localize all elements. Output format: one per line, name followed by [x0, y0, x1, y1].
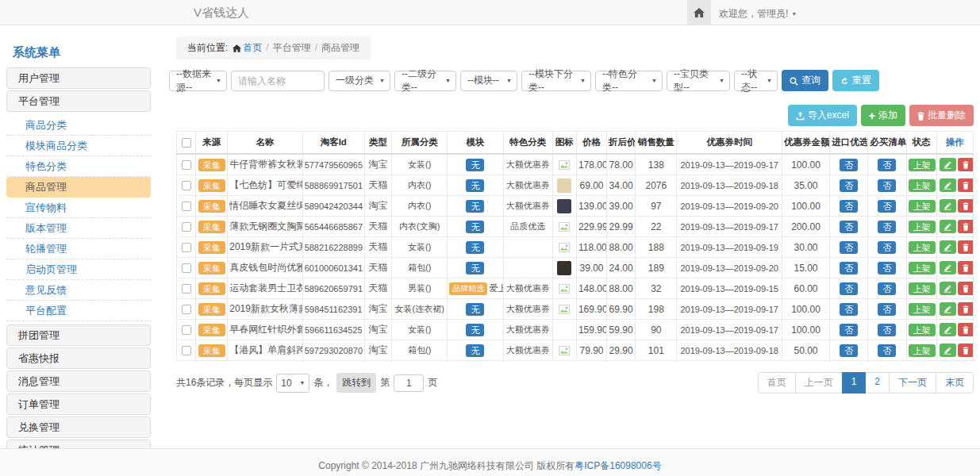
sidebar-group[interactable]: 拼团管理 — [6, 324, 151, 346]
import-excel-button[interactable]: 导入excel — [788, 105, 857, 126]
delete-button[interactable] — [958, 178, 974, 192]
row-checkbox[interactable] — [182, 305, 191, 314]
page-button[interactable]: 1 — [842, 372, 867, 393]
page-button[interactable]: 下一页 — [889, 372, 936, 393]
edit-button[interactable] — [940, 344, 956, 357]
row-checkbox[interactable] — [182, 263, 191, 273]
user-menu[interactable]: 欢迎您，管理员! ▼ — [719, 7, 797, 21]
icon-cell — [552, 237, 576, 258]
batch-delete-button[interactable]: 批量删除 — [909, 105, 974, 126]
edit-button[interactable] — [940, 323, 956, 336]
delete-button[interactable] — [958, 220, 974, 233]
type-cell: 淘宝 — [364, 320, 391, 340]
source-cell: 采集 — [196, 154, 228, 175]
checkbox-cell — [177, 196, 196, 217]
filter-select[interactable]: --二级分类--▼ — [394, 71, 456, 91]
row-checkbox[interactable] — [182, 181, 191, 190]
jump-button[interactable]: 跳转到 — [336, 373, 376, 393]
sidebar-item[interactable]: 版本管理 — [6, 218, 151, 239]
filter-select[interactable]: --模块--▼ — [460, 71, 517, 91]
source-cell: 采集 — [196, 299, 228, 320]
icon-cell — [552, 196, 576, 217]
edit-button[interactable] — [940, 178, 956, 192]
row-checkbox[interactable] — [182, 346, 191, 355]
row-checkbox[interactable] — [182, 160, 191, 170]
row-checkbox[interactable] — [182, 325, 191, 335]
main-content: 当前位置:首页平台管理商品管理 --数据来源--▼一级分类▼--二级分类--▼-… — [169, 30, 974, 393]
edit-button[interactable] — [940, 220, 956, 233]
filter-select[interactable]: --特色分类--▼ — [595, 71, 663, 91]
product-name-cell: 运动套装男士卫衣初秋... — [228, 278, 302, 299]
name-input[interactable] — [231, 71, 325, 91]
filter-select[interactable]: --宝贝类型--▼ — [667, 71, 730, 91]
status-badge: 上架 — [909, 282, 936, 295]
filter-select[interactable]: --状态--▼ — [734, 71, 778, 91]
sidebar-group[interactable]: 兑换管理 — [6, 416, 151, 438]
filter-select[interactable]: 一级分类▼ — [329, 71, 390, 91]
coupon-time-cell: 2019-09-13—2019-09-20 — [677, 258, 782, 278]
product-name-cell: 薄款无钢圈文胸聚拢性... — [228, 217, 302, 237]
edit-button[interactable] — [940, 261, 956, 274]
edit-button[interactable] — [940, 199, 956, 213]
category-cell: 箱包() — [392, 340, 448, 361]
sidebar-group[interactable]: 用户管理 — [6, 67, 151, 89]
coupon-amount-cell: 100.00 — [782, 154, 829, 175]
upload-icon — [796, 110, 805, 121]
checkbox-cell — [177, 175, 196, 196]
icp-link[interactable]: 粤ICP备16098006号 — [575, 460, 661, 471]
page-number-input[interactable] — [394, 374, 424, 392]
sidebar-group[interactable]: 省惠快报 — [6, 347, 151, 369]
per-page-select[interactable]: 10 ▼ — [276, 374, 309, 393]
sidebar-item[interactable]: 商品分类 — [6, 115, 151, 136]
sidebar-item[interactable]: 启动页管理 — [6, 259, 151, 280]
search-button[interactable]: 查询 — [782, 70, 828, 91]
coupon-time-cell: 2019-09-13—2019-09-17 — [677, 217, 782, 237]
row-checkbox[interactable] — [182, 243, 191, 252]
taoke-id-cell: 598451162391 — [302, 299, 364, 320]
home-button[interactable] — [687, 0, 711, 25]
sidebar-item[interactable]: 意见反馈 — [6, 280, 151, 301]
delete-button[interactable] — [958, 302, 974, 316]
edit-button[interactable] — [940, 302, 956, 316]
row-checkbox[interactable] — [182, 202, 191, 211]
edit-button[interactable] — [940, 158, 956, 171]
select-all-checkbox[interactable] — [182, 138, 191, 148]
sidebar-group[interactable]: 订单管理 — [6, 393, 151, 415]
reset-button[interactable]: 重置 — [832, 70, 879, 91]
edit-button[interactable] — [940, 240, 956, 254]
sidebar-item[interactable]: 商品管理 — [6, 177, 151, 198]
actions-cell — [936, 340, 973, 361]
edit-button[interactable] — [940, 282, 956, 295]
delete-button[interactable] — [958, 199, 974, 213]
sidebar-item[interactable]: 平台配置 — [6, 301, 151, 321]
sidebar-item[interactable]: 特色分类 — [6, 156, 151, 177]
page-button[interactable]: 首页 — [758, 372, 796, 393]
row-checkbox[interactable] — [182, 284, 191, 294]
delete-button[interactable] — [958, 344, 974, 357]
delete-button[interactable] — [958, 282, 974, 295]
filter-select[interactable]: --数据来源--▼ — [169, 71, 227, 91]
delete-button[interactable] — [958, 158, 974, 171]
delete-button[interactable] — [958, 261, 974, 274]
page-button[interactable]: 2 — [865, 372, 890, 393]
page-button[interactable]: 末页 — [936, 372, 974, 393]
sidebar-group[interactable]: 平台管理 — [6, 90, 151, 112]
sidebar-item[interactable]: 模块商品分类 — [6, 136, 151, 156]
page-button[interactable]: 上一页 — [795, 372, 843, 393]
row-checkbox[interactable] — [182, 222, 191, 232]
delete-button[interactable] — [958, 240, 974, 254]
sidebar-group[interactable]: 消息管理 — [6, 370, 151, 392]
source-cell: 采集 — [196, 340, 228, 361]
add-button[interactable]: + 添加 — [861, 105, 905, 126]
product-name-cell: 牛仔背带裤女秋装减龄... — [228, 154, 302, 175]
sidebar-item[interactable]: 轮播管理 — [6, 239, 151, 259]
import-select-badge: 否 — [840, 303, 858, 316]
must-buy-cell: 否 — [868, 237, 906, 258]
filter-select[interactable]: --模块下分类--▼ — [521, 71, 591, 91]
breadcrumb-home-link[interactable]: 首页 — [243, 42, 262, 53]
delete-button[interactable] — [958, 323, 974, 336]
feature-cell: 大额优惠券 — [503, 340, 552, 361]
table-row: 采集2019新款一片式系...588216228899天猫女装()无118.00… — [177, 237, 974, 258]
sidebar-item[interactable]: 宣传物料 — [6, 198, 151, 218]
actions-cell — [936, 175, 973, 196]
